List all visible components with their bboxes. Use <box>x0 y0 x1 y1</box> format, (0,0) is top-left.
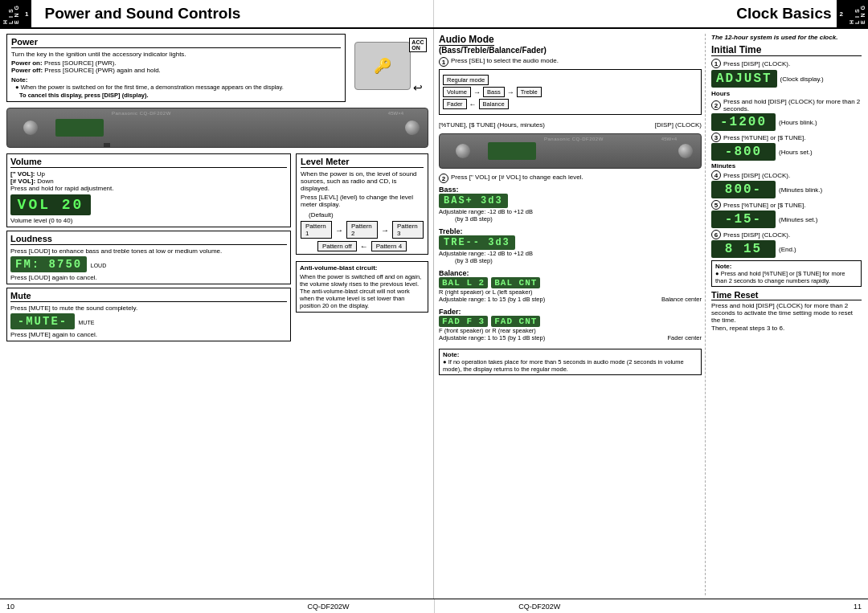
balance-title-label: Balance: <box>439 269 702 277</box>
pattern-off-box: Pattern off <box>317 241 357 251</box>
avb-title: Anti-volume-blast circuit: <box>300 264 424 272</box>
unit-brand: Panasonic CQ-DF202W <box>112 111 171 116</box>
mute-label: MUTE <box>79 320 95 325</box>
loudness-lcd: FM: 8750 <box>10 256 87 272</box>
time-reset-text: Press and hold [DISP] (CLOCK) for more t… <box>711 302 862 324</box>
bass-box: Bass <box>483 87 505 97</box>
balance-box: Balance <box>479 99 509 109</box>
arrow-2-3: → <box>381 226 389 235</box>
vlm-column: Volume [" VOL]: Up [# VOL]: Down Press a… <box>6 153 291 595</box>
volume-box: Volume <box>443 87 471 97</box>
pattern-3-box: Pattern 3 <box>392 221 424 239</box>
loudness-section: Loudness Press [LOUD] to enhance bass an… <box>6 231 291 284</box>
clock-caption2: (Hours blink.) <box>779 119 817 126</box>
pattern-diagram: (Default) Pattern 1 → Pattern 2 → Patter… <box>301 211 424 251</box>
left-page: Power Turn the key in the ignition until… <box>0 29 434 599</box>
clock-step4-num: 4 <box>711 170 721 180</box>
right-main-content: Audio Mode (Bass/Treble/Balance/Fader) 1… <box>439 34 862 595</box>
flow-regular: Regular mode <box>443 75 698 85</box>
time-reset-steps: Then, repeat steps 3 to 6. <box>711 325 862 332</box>
page-header: E N G L I S H 1 Power and Sound Controls… <box>0 0 868 29</box>
treble-display: TRE-- 3d3 <box>439 235 515 250</box>
right-page: Audio Mode (Bass/Treble/Balance/Fader) 1… <box>434 29 868 599</box>
level-meter-title: Level Meter <box>301 157 424 168</box>
flow-row-1: Volume → Bass → Treble <box>443 87 698 97</box>
bass-range: Adjustable range: -12 dB to +12 dB <box>439 208 702 215</box>
audio-step1: 1 Press [SEL] to select the audio mode. <box>439 57 702 67</box>
clock-step1: 1 Press [DISP] (CLOCK). <box>711 59 862 68</box>
arrow-off-4: ← <box>360 242 368 251</box>
fader-lcd-center: FAD CNT <box>491 316 540 327</box>
clock-step3-num: 3 <box>711 133 721 142</box>
volume-down: [# VOL]: Down <box>10 178 287 185</box>
loudness-text2: Press [LOUD] again to cancel. <box>10 274 287 281</box>
clock-step5-text: Press [%TUNE] or [$ TUNE]. <box>723 202 806 209</box>
step1-num: 1 <box>439 57 448 67</box>
acc-label: ACCON <box>409 38 426 52</box>
flow-arr-2: → <box>507 88 514 96</box>
clock-step2: 2 Press and hold [DISP] (CLOCK) for more… <box>711 98 862 112</box>
stereo-unit-left: Panasonic CQ-DF202W 45W×4 <box>6 105 428 150</box>
step2-num: 2 <box>439 174 448 183</box>
footer-left-num: 10 <box>0 603 223 611</box>
balance-range-row: Adjustable range: 1 to 15 (by 1 dB step)… <box>439 296 702 303</box>
clock-step1-text: Press [DISP] (CLOCK). <box>723 60 790 67</box>
clock-display3-row: -800 (Hours set.) <box>711 143 862 161</box>
car-key-graphic: 🔑 <box>354 42 411 90</box>
power-note-label: Note: <box>11 76 341 84</box>
power-text1: Turn the key in the ignition until the a… <box>11 51 341 58</box>
bass-step: (by 3 dB step) <box>439 215 702 223</box>
clock-step5-num: 5 <box>711 200 721 210</box>
volume-title: Volume <box>10 157 287 168</box>
hours-label: Hours <box>711 90 862 97</box>
volume-lcd: VOL 20 <box>10 194 91 215</box>
clock-note-label: Note: <box>715 263 858 270</box>
unit-knob-left <box>23 121 38 135</box>
clock-lcd-6: 8 15 <box>711 240 776 258</box>
audio-mode-column: Audio Mode (Bass/Treble/Balance/Fader) 1… <box>439 34 702 595</box>
mute-title: Mute <box>10 291 287 302</box>
power-note2: To cancel this display, press [DISP] (di… <box>11 92 341 99</box>
clock-display4-row: 800- (Minutes blink.) <box>711 181 862 198</box>
pattern-1-box: Pattern 1 <box>301 221 332 239</box>
flow-arr-3: ← <box>469 100 477 108</box>
unit-screen-r <box>488 142 536 160</box>
clock-caption5: (Minutes set.) <box>779 216 817 223</box>
default-label: (Default) <box>309 211 334 219</box>
clock-step6-text: Press [DISP] (CLOCK). <box>723 231 790 239</box>
note-label: Note: <box>443 351 459 358</box>
fader-range-row: Adjustable range: 1 to 15 (by 1 dB step)… <box>439 334 702 341</box>
unit-knob-rl <box>456 144 470 158</box>
power-content: Power Turn the key in the ignition until… <box>6 34 346 102</box>
level-meter-column: Level Meter When the power is on, the le… <box>296 153 428 595</box>
footer-model-left: CQ-DF202W <box>223 603 434 611</box>
fader-section: Fader: FAD F 3 FAD CNT F (front speaker)… <box>439 308 702 341</box>
treble-section: Treble: TRE-- 3d3 Adjustable range: -12 … <box>439 227 702 264</box>
time-reset-title: Time Reset <box>711 290 862 300</box>
mute-text1: Press [MUTE] to mute the sound completel… <box>10 304 287 312</box>
mute-text2: Press [MUTE] again to cancel. <box>10 331 287 338</box>
clock-step6: 6 Press [DISP] (CLOCK). <box>711 230 862 239</box>
level-meter-section: Level Meter When the power is on, the le… <box>296 153 428 255</box>
treble-title-label: Treble: <box>439 227 702 235</box>
tune-labels: [%TUNE], [$ TUNE] (Hours, minutes) [DISP… <box>439 121 702 129</box>
loudness-label: LOUD <box>91 263 106 268</box>
fader-display-row: FAD F 3 FAD CNT <box>439 316 702 327</box>
audio-mode-title: Audio Mode <box>439 34 494 46</box>
clock-caption3: (Hours set.) <box>779 149 813 156</box>
clock-lcd-3: -800 <box>711 143 776 161</box>
fader-lcd-left: FAD F 3 <box>439 316 488 327</box>
key-icon: 🔑 <box>374 57 391 75</box>
clock-display1-row: ADJUST (Clock display.) <box>711 70 862 88</box>
time-reset-section: Time Reset Press and hold [DISP] (CLOCK)… <box>711 290 862 332</box>
step1-text: Press [SEL] to select the audio mode. <box>451 57 559 64</box>
pattern-4-box: Pattern 4 <box>371 241 407 251</box>
unit-brand-r: Panasonic CQ-DF202W <box>544 137 604 141</box>
audio-mode-header: Audio Mode (Bass/Treble/Balance/Fader) <box>439 34 702 55</box>
left-language-tab: E N G L I S H <box>0 0 22 27</box>
level-meter-text2: Press [LEVL] (level) to change the level… <box>301 194 424 208</box>
right-language-tab: E N G L I S H <box>846 0 868 27</box>
stereo-image-left: ACCON 🔑 ↩ <box>352 34 428 102</box>
clock-step2-num: 2 <box>711 100 721 110</box>
mute-lcd: -MUTE- <box>10 313 75 329</box>
